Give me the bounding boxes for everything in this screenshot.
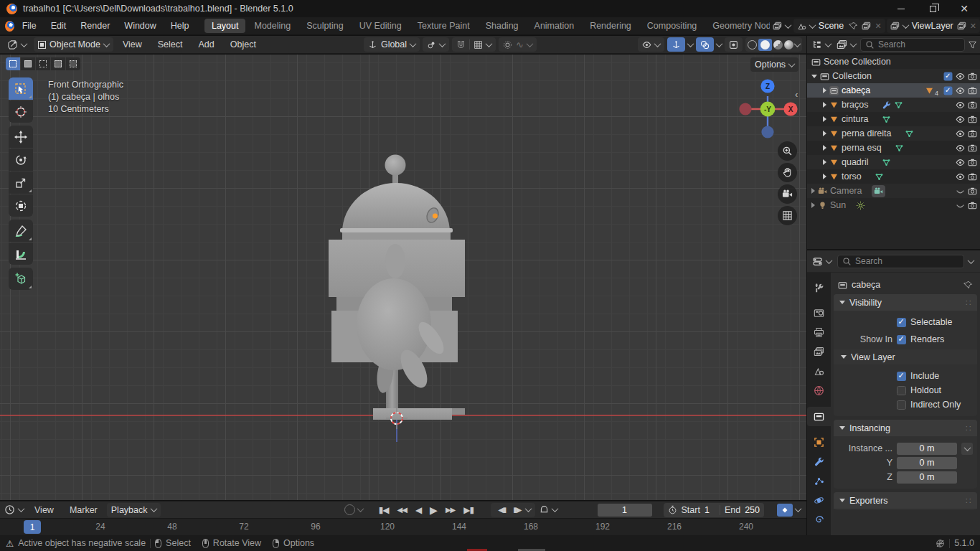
- hide-eye-icon[interactable]: [956, 172, 965, 182]
- tab-collection[interactable]: [807, 407, 831, 426]
- hide-eye-icon[interactable]: [956, 100, 965, 110]
- prev-keyframe-button[interactable]: ◀◀: [394, 504, 409, 515]
- holdout-checkbox[interactable]: [897, 386, 906, 395]
- exclude-checkbox[interactable]: [944, 86, 953, 95]
- outliner-row-scene-collection[interactable]: Scene Collection: [807, 55, 980, 69]
- unlink-scene-icon[interactable]: ✕: [875, 22, 881, 31]
- gizmo-minus-x[interactable]: [739, 103, 751, 115]
- tool-move[interactable]: [9, 126, 33, 148]
- workspace-tab-layout[interactable]: Layout: [204, 19, 246, 33]
- tool-add-cube[interactable]: [9, 268, 33, 290]
- menu-help[interactable]: Help: [164, 19, 196, 33]
- hide-eye-icon[interactable]: [956, 86, 965, 95]
- drag-handle-icon[interactable]: ⸬: [966, 496, 971, 505]
- indirect-only-checkbox[interactable]: [897, 400, 906, 410]
- instance-dropdown-button[interactable]: [961, 443, 973, 455]
- outliner-row-perna-direita[interactable]: perna direita: [807, 126, 980, 141]
- chevron-down-icon[interactable]: [687, 40, 694, 47]
- gizmos-toggle[interactable]: [667, 37, 685, 52]
- tab-physics[interactable]: [807, 491, 831, 510]
- expand-icon[interactable]: [823, 159, 826, 165]
- render-visibility-icon[interactable]: [968, 187, 977, 196]
- workspace-tab-texture-paint[interactable]: Texture Paint: [410, 19, 477, 33]
- hide-eye-icon[interactable]: [956, 115, 965, 124]
- timeline-menu-marker[interactable]: Marker: [63, 503, 104, 517]
- chevron-down-icon[interactable]: [795, 505, 802, 512]
- end-value[interactable]: 250: [745, 505, 760, 515]
- tab-render[interactable]: [807, 303, 831, 323]
- chevron-down-icon[interactable]: [357, 505, 364, 512]
- frame-prev-button[interactable]: ◀▮: [495, 504, 509, 515]
- menu-add[interactable]: Add: [192, 37, 221, 52]
- properties-search[interactable]: [837, 255, 964, 268]
- closed-eye-icon[interactable]: [956, 187, 965, 196]
- select-mode-extend[interactable]: [36, 57, 50, 70]
- outliner-search[interactable]: [860, 38, 965, 52]
- editor-type-button[interactable]: [3, 37, 31, 52]
- play-button[interactable]: ▶: [427, 503, 440, 517]
- workspace-tab-animation[interactable]: Animation: [527, 19, 582, 33]
- outliner-row-cintura[interactable]: cintura: [807, 112, 980, 126]
- outliner-row-collection[interactable]: Collection: [807, 69, 980, 83]
- filter-icon[interactable]: [968, 40, 977, 50]
- instance-z-field[interactable]: 0 m: [897, 471, 957, 484]
- tool-rotate[interactable]: [9, 149, 33, 171]
- play-reverse-button[interactable]: ◀: [413, 504, 424, 517]
- hide-eye-icon[interactable]: [956, 129, 965, 138]
- start-value[interactable]: 1: [705, 505, 710, 515]
- expand-icon[interactable]: [823, 174, 826, 179]
- menu-view[interactable]: View: [116, 37, 149, 52]
- outliner-row-camera[interactable]: Camera: [807, 184, 980, 198]
- properties-editor-type-button[interactable]: [811, 254, 833, 268]
- menu-file[interactable]: File: [16, 19, 43, 33]
- panel-exporters-header[interactable]: Exporters ⸬: [834, 492, 977, 509]
- workspace-tab-rendering[interactable]: Rendering: [583, 19, 639, 33]
- mode-selector[interactable]: Object Mode: [34, 37, 113, 52]
- menu-render[interactable]: Render: [74, 19, 116, 33]
- visibility-filter[interactable]: [638, 37, 664, 52]
- panel-visibility-header[interactable]: Visibility ⸬: [834, 294, 977, 311]
- hide-eye-icon[interactable]: [956, 143, 965, 153]
- tool-scale[interactable]: [9, 171, 33, 194]
- minimize-button[interactable]: [885, 0, 917, 17]
- outliner-search-input[interactable]: [878, 39, 960, 50]
- render-visibility-icon[interactable]: [968, 143, 977, 153]
- tool-transform[interactable]: [9, 194, 33, 217]
- render-visibility-icon[interactable]: [968, 100, 977, 110]
- expand-icon[interactable]: [823, 145, 826, 151]
- chevron-down-icon[interactable]: [968, 257, 975, 264]
- outliner-row-sun[interactable]: Sun: [807, 198, 980, 212]
- tab-tool[interactable]: [807, 278, 831, 298]
- snap-target-icon[interactable]: [473, 40, 483, 50]
- render-visibility-icon[interactable]: [968, 86, 977, 95]
- pin-icon[interactable]: [849, 22, 858, 31]
- expand-icon[interactable]: [811, 188, 815, 194]
- auto-key-button[interactable]: [344, 504, 355, 515]
- viewlayer-selector[interactable]: ViewLayer ✕: [887, 19, 980, 33]
- panel-instancing-header[interactable]: Instancing ⸬: [834, 420, 977, 436]
- chevron-down-icon[interactable]: [794, 40, 801, 47]
- collapse-icon[interactable]: [811, 75, 817, 78]
- network-offline-icon[interactable]: [936, 539, 945, 548]
- render-visibility-icon[interactable]: [968, 72, 977, 81]
- keying-set-button[interactable]: [777, 504, 793, 517]
- render-visibility-icon[interactable]: [968, 172, 977, 182]
- render-visibility-icon[interactable]: [968, 115, 977, 124]
- expand-icon[interactable]: [811, 202, 815, 208]
- camera-view-button[interactable]: [778, 184, 797, 204]
- select-mode-new[interactable]: [21, 57, 35, 70]
- tab-scene[interactable]: [807, 362, 831, 381]
- sidebar-collapse-icon[interactable]: ‹: [795, 89, 798, 100]
- gizmo-minus-z[interactable]: [761, 126, 773, 138]
- outliner-editor-type-button[interactable]: [810, 37, 832, 52]
- workspace-tab-geometry-nodes[interactable]: Geometry Nodes: [705, 19, 770, 33]
- timeline-menu-playback[interactable]: Playback: [107, 503, 161, 517]
- outliner-row-quadril[interactable]: quadril: [807, 155, 980, 169]
- xray-toggle[interactable]: [725, 37, 743, 52]
- close-button[interactable]: ✕: [948, 0, 980, 17]
- hide-eye-icon[interactable]: [956, 158, 965, 167]
- pin-icon[interactable]: [963, 281, 973, 290]
- current-frame-field[interactable]: 1: [598, 504, 652, 517]
- outliner-row-torso[interactable]: torso: [807, 169, 980, 184]
- drag-handle-icon[interactable]: ⸬: [966, 424, 971, 433]
